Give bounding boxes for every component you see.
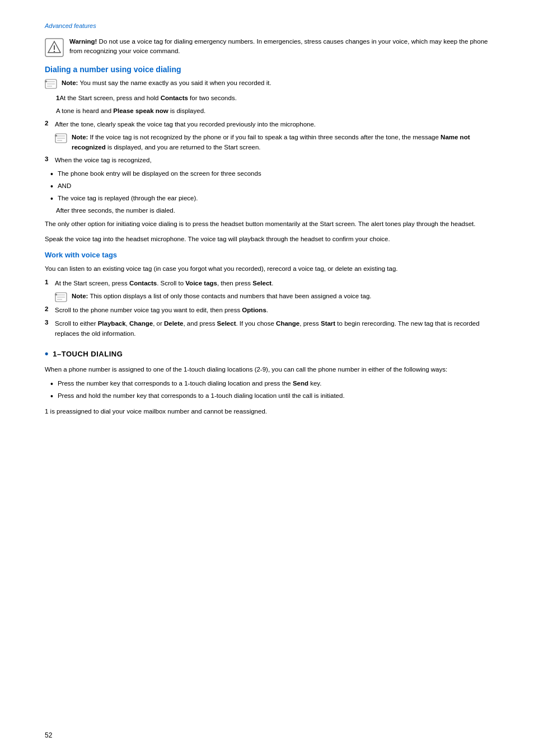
note2-text: Note: If the voice tag is not recognized…: [72, 133, 489, 152]
work-note-text: Note: This option displays a list of onl…: [72, 292, 372, 301]
work-step2-num: 2: [45, 306, 55, 312]
bullet-item-1: • The phone book entry will be displayed…: [50, 169, 489, 179]
note2-icon: [55, 133, 67, 143]
bullet-dot-2: •: [50, 181, 53, 191]
page: Advanced features Warning! Do not use a …: [0, 0, 534, 756]
step3-num: 3: [45, 156, 55, 162]
onetouch-bullet-2: • Press and hold the number key that cor…: [50, 391, 489, 401]
note1-body: You must say the name exactly as you sai…: [79, 79, 271, 86]
onetouch-heading: 1–TOUCH DIALING: [53, 350, 123, 358]
warning-text: Warning! Do not use a voice tag for dial…: [69, 37, 489, 57]
onetouch-bullet-1: • Press the number key that corresponds …: [50, 379, 489, 389]
dialing-heading: Dialing a number using voice dialing: [45, 65, 489, 74]
note2-box: Note: If the voice tag is not recognized…: [55, 133, 489, 152]
onetouch-bullet-dot: •: [45, 348, 48, 360]
onetouch-bullet-dot-1: •: [50, 379, 53, 389]
step1a: 1At the Start screen, press and hold Con…: [56, 93, 489, 103]
work-note-box: Note: This option displays a list of onl…: [55, 292, 489, 302]
section-label: Advanced features: [45, 22, 489, 29]
work-note-icon: [55, 292, 67, 302]
onetouch-heading-row: • 1–TOUCH DIALING: [45, 348, 489, 360]
bullet-dot-1: •: [50, 169, 53, 179]
note1-box: Note: You must say the name exactly as y…: [45, 78, 489, 89]
work-step2-row: 2 Scroll to the phone number voice tag y…: [45, 306, 489, 316]
step2-text: After the tone, clearly speak the voice …: [55, 120, 489, 130]
warning-label: Warning!: [69, 38, 97, 45]
step2-num: 2: [45, 120, 55, 126]
step2-row: 2 After the tone, clearly speak the voic…: [45, 120, 489, 130]
onetouch-intro: When a phone number is assigned to one o…: [45, 364, 489, 374]
para2: Speak the voice tag into the headset mic…: [45, 234, 489, 244]
work-step3-text: Scroll to either Playback, Change, or De…: [55, 319, 489, 339]
work-heading: Work with voice tags: [45, 251, 489, 259]
work-step1-text: At the Start screen, press Contacts. Scr…: [55, 279, 489, 289]
bullet-dot-3: •: [50, 194, 53, 204]
bullet-item-2: • AND: [50, 181, 489, 191]
note1-icon: [45, 79, 57, 89]
work-note-label: Note:: [72, 293, 88, 299]
note2-label: Note:: [72, 134, 88, 140]
warning-box: Warning! Do not use a voice tag for dial…: [45, 37, 489, 57]
onetouch-bullet-dot-2: •: [50, 391, 53, 401]
work-intro: You can listen to an existing voice tag …: [45, 264, 489, 274]
warning-icon: [45, 38, 64, 57]
work-step3-num: 3: [45, 319, 55, 326]
bullet-item-3: • The voice tag is replayed (through the…: [50, 194, 489, 204]
step3-row: 3 When the voice tag is recognized,: [45, 156, 489, 166]
svg-rect-13: [55, 135, 57, 137]
work-step3-row: 3 Scroll to either Playback, Change, or …: [45, 319, 489, 339]
step3-text: When the voice tag is recognized,: [55, 156, 489, 166]
page-number: 52: [45, 731, 52, 739]
work-step1-num: 1: [45, 279, 55, 285]
para1: The only other option for initiating voi…: [45, 219, 489, 229]
warning-body: Do not use a voice tag for dialing emerg…: [69, 38, 488, 54]
after-bullets: After three seconds, the number is diale…: [56, 206, 489, 215]
svg-rect-18: [55, 294, 57, 295]
svg-point-3: [54, 51, 55, 52]
work-step2-text: Scroll to the phone number voice tag you…: [55, 306, 489, 316]
step1b: A tone is heard and Please speak now is …: [56, 106, 489, 116]
onetouch-footer: 1 is preassigned to dial your voice mail…: [45, 406, 489, 416]
work-step1-row: 1 At the Start screen, press Contacts. S…: [45, 279, 489, 289]
note1-text: Note: You must say the name exactly as y…: [62, 78, 271, 88]
svg-rect-8: [45, 81, 47, 82]
note1-label: Note:: [62, 79, 78, 86]
